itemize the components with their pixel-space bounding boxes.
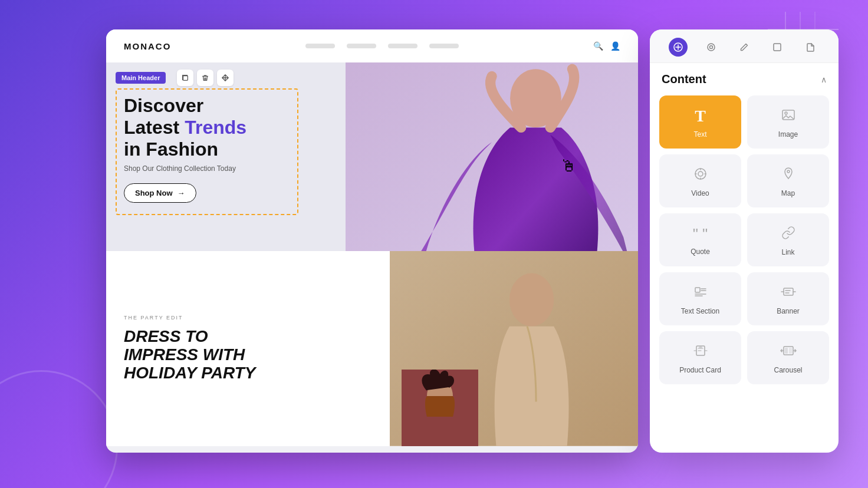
cta-arrow-icon: → bbox=[177, 189, 185, 197]
svg-point-10 bbox=[509, 273, 554, 327]
main-container: MONACO 🔍 👤 Main Header bbox=[106, 29, 839, 453]
nav-link-3 bbox=[388, 44, 417, 48]
website-preview-card: MONACO 🔍 👤 Main Header bbox=[106, 29, 638, 453]
svg-rect-6 bbox=[183, 76, 188, 81]
bg-circle-bottom-left bbox=[0, 370, 118, 488]
svg-point-17 bbox=[710, 46, 713, 49]
hero-title-line2: Latest bbox=[124, 117, 185, 138]
delete-button[interactable] bbox=[197, 70, 213, 86]
hero-section: Main Header bbox=[106, 62, 638, 251]
panel-item-carousel-label: Carousel bbox=[774, 366, 802, 374]
second-title-line3: HOLIDAY PARTY bbox=[124, 364, 372, 383]
video-content-icon bbox=[693, 167, 708, 183]
svg-rect-18 bbox=[774, 44, 781, 51]
nav-icons: 🔍 👤 bbox=[593, 41, 620, 51]
svg-rect-35 bbox=[789, 348, 792, 354]
second-title-line1: DRESS TO bbox=[124, 328, 372, 346]
main-header-badge: Main Header bbox=[116, 72, 166, 84]
panel-item-banner-label: Banner bbox=[777, 307, 800, 315]
text-section-content-icon bbox=[693, 285, 708, 301]
svg-point-23 bbox=[787, 170, 790, 173]
tab-edit[interactable] bbox=[735, 38, 754, 57]
map-content-icon bbox=[781, 167, 795, 183]
svg-point-16 bbox=[708, 44, 715, 51]
shop-now-label: Shop Now bbox=[135, 189, 173, 197]
svg-rect-34 bbox=[785, 348, 788, 354]
nav-link-1 bbox=[305, 44, 335, 48]
panel-item-banner[interactable]: Banner bbox=[747, 272, 829, 325]
panel-item-text-label: Text bbox=[693, 130, 706, 139]
hero-image bbox=[346, 62, 638, 251]
second-image-2-svg bbox=[402, 370, 478, 446]
hero-title-accent: Trends bbox=[185, 117, 246, 138]
product-card-content-icon bbox=[692, 344, 709, 360]
nav-link-2 bbox=[347, 44, 376, 48]
hero-title-line1: Discover bbox=[124, 95, 203, 116]
panel-item-product-card[interactable]: Product Card bbox=[659, 331, 741, 384]
panel-collapse-button[interactable]: ∧ bbox=[821, 75, 827, 84]
panel-item-map[interactable]: Map bbox=[747, 154, 829, 207]
user-icon[interactable]: 👤 bbox=[610, 41, 620, 51]
panel-item-quote-label: Quote bbox=[691, 248, 710, 256]
nav-logo: MONACO bbox=[124, 41, 171, 51]
panel-tabs bbox=[650, 29, 839, 63]
nav-links bbox=[305, 44, 459, 48]
panel-item-link-label: Link bbox=[781, 248, 794, 256]
link-content-icon bbox=[781, 226, 795, 242]
panel-grid: T Text Image bbox=[650, 91, 839, 394]
nav-link-4 bbox=[429, 44, 459, 48]
svg-rect-29 bbox=[784, 288, 793, 295]
shop-now-button[interactable]: Shop Now → bbox=[124, 183, 196, 203]
second-category-label: THE PARTY EDIT bbox=[124, 315, 372, 321]
panel-content-title: Content bbox=[662, 72, 706, 86]
tab-add[interactable] bbox=[669, 38, 688, 57]
nav-bar: MONACO 🔍 👤 bbox=[106, 29, 638, 62]
text-content-icon: T bbox=[695, 108, 706, 124]
svg-point-22 bbox=[698, 172, 703, 176]
svg-point-20 bbox=[785, 112, 787, 114]
second-section: THE PARTY EDIT DRESS TO IMPRESS WITH HOL… bbox=[106, 251, 638, 446]
image-content-icon bbox=[781, 108, 795, 124]
second-section-left: THE PARTY EDIT DRESS TO IMPRESS WITH HOL… bbox=[106, 251, 390, 446]
hero-title: Discover Latest Trends in Fashion bbox=[124, 95, 246, 160]
hero-toolbar bbox=[177, 70, 234, 86]
svg-rect-24 bbox=[695, 288, 700, 292]
second-section-right bbox=[390, 251, 638, 446]
hero-subtitle: Shop Our Clothing Collection Today bbox=[124, 164, 246, 173]
panel-item-image[interactable]: Image bbox=[747, 95, 829, 149]
move-button[interactable] bbox=[217, 70, 234, 86]
panel-content-header: Content ∧ bbox=[650, 63, 839, 91]
hero-content: Discover Latest Trends in Fashion Shop O… bbox=[124, 95, 246, 203]
second-image-2 bbox=[402, 370, 478, 446]
panel-item-image-label: Image bbox=[778, 130, 798, 139]
panel-item-text-section-label: Text Section bbox=[681, 307, 719, 315]
second-title-line2: IMPRESS WITH bbox=[124, 346, 372, 364]
copy-button[interactable] bbox=[177, 70, 193, 86]
panel: Content ∧ T Text Image bbox=[650, 29, 839, 453]
banner-content-icon bbox=[780, 285, 797, 301]
tab-layout[interactable] bbox=[768, 38, 787, 57]
panel-item-video-label: Video bbox=[691, 189, 709, 197]
quote-content-icon: " " bbox=[693, 226, 708, 242]
carousel-content-icon bbox=[780, 344, 797, 360]
panel-item-text[interactable]: T Text bbox=[659, 95, 741, 149]
panel-item-text-section[interactable]: Text Section bbox=[659, 272, 741, 325]
panel-item-link[interactable]: Link bbox=[747, 213, 829, 266]
panel-item-product-card-label: Product Card bbox=[679, 366, 721, 374]
hero-figure-svg bbox=[346, 62, 638, 251]
search-icon[interactable]: 🔍 bbox=[593, 41, 603, 51]
tab-page[interactable] bbox=[801, 38, 820, 57]
hero-title-line3: in Fashion bbox=[124, 139, 218, 160]
panel-item-video[interactable]: Video bbox=[659, 154, 741, 207]
tab-layers[interactable] bbox=[702, 38, 721, 57]
panel-item-map-label: Map bbox=[781, 189, 795, 197]
panel-item-carousel[interactable]: Carousel bbox=[747, 331, 829, 384]
second-title: DRESS TO IMPRESS WITH HOLIDAY PARTY bbox=[124, 328, 372, 382]
panel-item-quote[interactable]: " " Quote bbox=[659, 213, 741, 266]
